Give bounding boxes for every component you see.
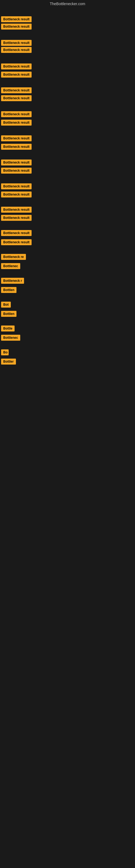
bottleneck-badge[interactable]: Bottleneck r (1, 278, 24, 284)
site-title: TheBottlenecker.com (0, 0, 135, 8)
bottleneck-badge[interactable]: Bottleneck result (1, 207, 32, 213)
bottleneck-badge[interactable]: Bottleneck result (1, 239, 32, 245)
badge-row: Bottleneck result (1, 120, 32, 127)
bottleneck-badge[interactable]: Bottleneck result (1, 135, 32, 141)
badge-row: Bottleneck result (1, 111, 32, 118)
badge-row: Bottleneck result (1, 16, 32, 23)
bottleneck-badge[interactable]: Bottleneck result (1, 72, 32, 78)
bottleneck-badge[interactable]: Bottleneck result (1, 215, 32, 221)
badge-row: Bottleneck result (1, 40, 32, 47)
badge-row: Bottleneck result (1, 72, 32, 79)
bottleneck-badge[interactable]: Bottleneck result (1, 24, 32, 30)
badge-row: Bottleneck result (1, 144, 32, 151)
badge-row: Bottleneck result (1, 207, 32, 214)
bottleneck-badge[interactable]: Bottleneck result (1, 120, 32, 126)
badge-row: Bottlenec (1, 263, 20, 270)
badge-row: Bottlen (1, 311, 16, 318)
bottleneck-badge[interactable]: Bottleneck result (1, 47, 32, 53)
badge-row: Bottlen (1, 287, 16, 294)
bottleneck-badge[interactable]: Bottler (1, 359, 16, 365)
bottleneck-badge[interactable]: Bottleneck result (1, 40, 32, 46)
badge-row: Bottleneck result (1, 159, 32, 166)
bottleneck-badge[interactable]: Bot (1, 302, 11, 308)
badge-row: Bottlenec (1, 335, 20, 342)
bottleneck-badge[interactable]: Bo (1, 349, 9, 355)
bottleneck-badge[interactable]: Bottleneck result (1, 16, 32, 22)
bottleneck-badge[interactable]: Bottleneck result (1, 111, 32, 117)
badge-row: Bottleneck result (1, 191, 32, 198)
badge-row: Bottleneck re (1, 254, 26, 261)
badge-row: Bo (1, 349, 9, 356)
bottleneck-badge[interactable]: Bottlenec (1, 263, 20, 269)
bottleneck-badge[interactable]: Bottleneck result (1, 167, 32, 174)
bottleneck-badge[interactable]: Bottleneck result (1, 159, 32, 165)
bottleneck-badge[interactable]: Bottleneck result (1, 183, 32, 189)
badge-row: Bottleneck result (1, 95, 32, 102)
badge-row: Bottleneck result (1, 47, 32, 54)
bottleneck-badge[interactable]: Bottlen (1, 311, 16, 317)
badge-row: Bottleneck result (1, 215, 32, 222)
badge-row: Bottleneck result (1, 24, 32, 31)
bottleneck-badge[interactable]: Bottleneck result (1, 230, 32, 236)
bottleneck-badge[interactable]: Bottleneck re (1, 254, 26, 260)
badge-row: Bottleneck result (1, 135, 32, 143)
badge-row: Bottleneck result (1, 183, 32, 190)
badge-row: Bottleneck result (1, 87, 32, 94)
badge-row: Bottleneck result (1, 63, 32, 70)
badge-row: Bottleneck result (1, 239, 32, 246)
badge-row: Bot (1, 302, 11, 309)
badge-row: Bottleneck result (1, 167, 32, 175)
bottleneck-badge[interactable]: Bottlenec (1, 335, 20, 341)
bottleneck-badge[interactable]: Bottleneck result (1, 63, 32, 69)
badge-row: Bottler (1, 359, 16, 366)
badge-row: Bottleneck result (1, 230, 32, 237)
bottleneck-badge[interactable]: Bottleneck result (1, 95, 32, 101)
bottleneck-badge[interactable]: Bottlen (1, 287, 16, 293)
badge-row: Bottleneck r (1, 278, 24, 285)
bottleneck-badge[interactable]: Bottleneck result (1, 87, 32, 93)
badge-row: Bottle (1, 326, 14, 333)
bottleneck-badge[interactable]: Bottleneck result (1, 144, 32, 150)
bottleneck-badge[interactable]: Bottle (1, 326, 14, 332)
bottleneck-badge[interactable]: Bottleneck result (1, 191, 32, 197)
